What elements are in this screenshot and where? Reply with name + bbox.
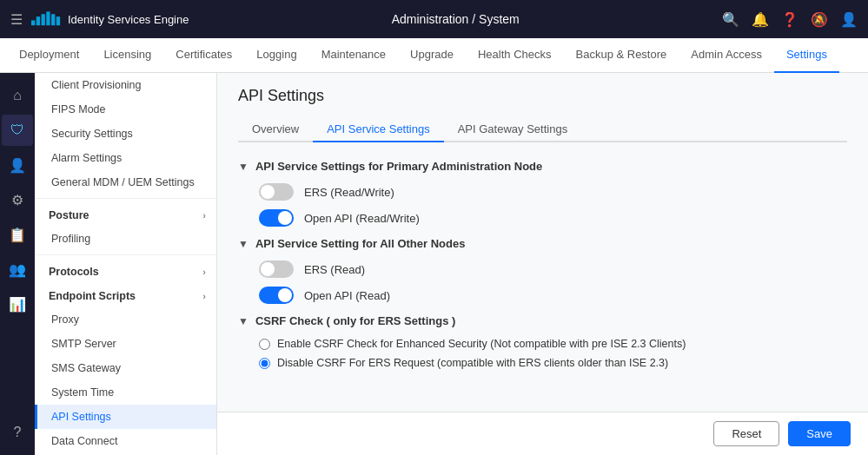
sidebar-item-sms-gateway[interactable]: SMS Gateway <box>35 356 216 380</box>
toggle-ers-read-write[interactable] <box>259 183 294 201</box>
toggle-open-api-read-write-slider <box>259 209 294 227</box>
label-ers-read-write: ERS (Read/Write) <box>304 186 394 199</box>
toggle-open-api-read-write[interactable] <box>259 209 294 227</box>
notifications-icon[interactable]: 🔕 <box>811 11 828 28</box>
tab-admin-access[interactable]: Admin Access <box>679 38 774 73</box>
tab-upgrade[interactable]: Upgrade <box>398 38 466 73</box>
main-content: API Settings Overview API Service Settin… <box>217 73 868 412</box>
sidebar-icon-policy[interactable]: 📋 <box>2 219 33 250</box>
radio-row-csrf-enable: Enable CSRF Check for Enhanced Security … <box>238 338 847 350</box>
tab-logging[interactable]: Logging <box>244 38 308 73</box>
sidebar-item-security-settings[interactable]: Security Settings <box>35 122 216 146</box>
sidebar-item-data-connect[interactable]: Data Connect <box>35 429 216 453</box>
setting-row-ers-read-write: ERS (Read/Write) <box>238 183 847 201</box>
sidebar-divider-2 <box>35 254 216 255</box>
section-title-all-nodes: API Service Setting for All Other Nodes <box>255 237 466 250</box>
sub-tab-api-service-settings[interactable]: API Service Settings <box>313 117 444 142</box>
toggle-open-api-read-slider <box>259 287 294 304</box>
sidebar-item-api-settings[interactable]: API Settings <box>35 405 216 429</box>
setting-row-open-api-read: Open API (Read) <box>238 287 847 304</box>
hamburger-icon[interactable]: ☰ <box>10 11 23 28</box>
svg-rect-0 <box>31 20 35 25</box>
top-nav: ☰ Identity Services Engine Administratio… <box>0 0 868 38</box>
sidebar-item-smtp-server[interactable]: SMTP Server <box>35 332 216 356</box>
section-header-all-nodes: ▼ API Service Setting for All Other Node… <box>238 237 847 250</box>
label-open-api-read-write: Open API (Read/Write) <box>304 212 420 225</box>
sidebar-icon-shield[interactable]: 🛡 <box>2 115 33 146</box>
posture-label: Posture <box>49 209 89 221</box>
sidebar-icon-user[interactable]: 👤 <box>2 149 33 181</box>
section-header-csrf: ▼ CSRF Check ( only for ERS Settings ) <box>238 314 847 327</box>
sidebar-item-profiling[interactable]: Profiling <box>35 227 216 251</box>
search-icon[interactable]: 🔍 <box>722 11 739 28</box>
tab-certificates[interactable]: Certificates <box>163 38 244 73</box>
sidebar-item-alarm-settings[interactable]: Alarm Settings <box>35 146 216 170</box>
save-button[interactable]: Save <box>788 421 851 446</box>
tab-licensing[interactable]: Licensing <box>91 38 163 73</box>
svg-rect-4 <box>51 14 55 25</box>
page-header-title: Administration / System <box>189 12 722 26</box>
alerts-icon[interactable]: 🔔 <box>752 11 769 28</box>
sidebar-icon-settings[interactable]: ⚙ <box>2 184 33 215</box>
label-open-api-read: Open API (Read) <box>304 289 390 302</box>
posture-chevron: › <box>202 210 206 221</box>
svg-rect-2 <box>42 14 45 25</box>
cisco-logo-svg <box>31 11 63 27</box>
collapse-arrow-all-nodes[interactable]: ▼ <box>238 238 248 250</box>
app-logo: Identity Services Engine <box>31 11 189 27</box>
content-wrapper: API Settings Overview API Service Settin… <box>217 73 868 455</box>
user-icon[interactable]: 👤 <box>840 11 858 28</box>
tab-deployment[interactable]: Deployment <box>7 38 91 73</box>
reset-button[interactable]: Reset <box>713 421 779 446</box>
collapse-arrow-csrf[interactable]: ▼ <box>238 315 248 327</box>
sidebar-item-fips-mode[interactable]: FIPS Mode <box>35 97 216 122</box>
setting-row-ers-read: ERS (Read) <box>238 260 847 278</box>
sidebar-icon-reports[interactable]: 📊 <box>2 288 33 320</box>
collapse-arrow-primary[interactable]: ▼ <box>238 161 248 173</box>
app-name: Identity Services Engine <box>68 13 189 26</box>
sidebar-section-endpoint-scripts[interactable]: Endpoint Scripts › <box>35 283 216 307</box>
sub-tab-overview[interactable]: Overview <box>238 117 313 142</box>
main-tab-bar: Deployment Licensing Certificates Loggin… <box>0 38 868 73</box>
sidebar-item-client-provisioning[interactable]: Client Provisioning <box>35 73 216 97</box>
setting-row-open-api-read-write: Open API (Read/Write) <box>238 209 847 227</box>
toggle-ers-read-write-slider <box>259 183 294 201</box>
sidebar-section-protocols[interactable]: Protocols › <box>35 259 216 283</box>
radio-row-csrf-disable: Disable CSRF For ERS Request (compatible… <box>238 357 847 369</box>
page-title: API Settings <box>238 87 847 105</box>
label-ers-read: ERS (Read) <box>304 263 365 276</box>
svg-rect-3 <box>46 11 50 25</box>
sub-tab-bar: Overview API Service Settings API Gatewa… <box>238 117 847 142</box>
toggle-ers-read-slider <box>259 260 294 278</box>
top-nav-icons: 🔍 🔔 ❓ 🔕 👤 <box>722 11 858 28</box>
section-header-primary-node: ▼ API Service Settings for Primary Admin… <box>238 160 847 173</box>
section-title-csrf: CSRF Check ( only for ERS Settings ) <box>255 314 455 327</box>
label-csrf-disable: Disable CSRF For ERS Request (compatible… <box>277 357 668 369</box>
protocols-chevron: › <box>202 267 206 277</box>
endpoint-scripts-label: Endpoint Scripts <box>49 290 136 302</box>
protocols-label: Protocols <box>49 266 99 278</box>
help-icon[interactable]: ❓ <box>781 11 798 28</box>
radio-csrf-disable[interactable] <box>259 358 270 369</box>
toggle-ers-read[interactable] <box>259 260 294 278</box>
sub-tab-api-gateway-settings[interactable]: API Gateway Settings <box>444 117 581 142</box>
sidebar-item-general-mdm[interactable]: General MDM / UEM Settings <box>35 170 216 195</box>
sidebar-section-posture[interactable]: Posture › <box>35 202 216 227</box>
svg-rect-1 <box>36 16 40 25</box>
sidebar-icon-group[interactable]: 👥 <box>2 254 33 285</box>
tab-backup-restore[interactable]: Backup & Restore <box>564 38 679 73</box>
sidebar-divider-1 <box>35 198 216 199</box>
sidebar-item-system-time[interactable]: System Time <box>35 380 216 405</box>
tab-health-checks[interactable]: Health Checks <box>466 38 564 73</box>
sidebar-icon-help[interactable]: ? <box>2 417 33 448</box>
toggle-open-api-read[interactable] <box>259 287 294 304</box>
radio-csrf-enable[interactable] <box>259 339 270 350</box>
bottom-action-bar: Reset Save <box>217 412 868 455</box>
tab-maintenance[interactable]: Maintenance <box>309 38 398 73</box>
sidebar-menu: Client Provisioning FIPS Mode Security S… <box>35 73 217 455</box>
tab-settings[interactable]: Settings <box>774 38 839 73</box>
main-layout: ⌂ 🛡 👤 ⚙ 📋 👥 📊 ? Client Provisioning FIPS… <box>0 73 868 455</box>
sidebar-item-proxy[interactable]: Proxy <box>35 307 216 332</box>
sidebar-icon-home[interactable]: ⌂ <box>2 80 33 111</box>
endpoint-scripts-chevron: › <box>202 291 206 301</box>
